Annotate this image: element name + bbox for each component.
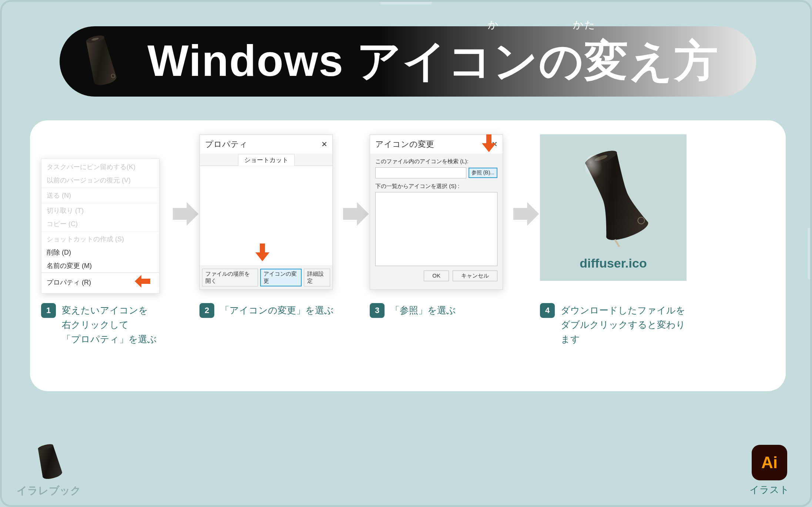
search-hint-label: このファイル内のアイコンを検索 (L):: [375, 158, 497, 165]
tab-strip: ショートカット: [200, 154, 332, 166]
icon-path-input[interactable]: [375, 167, 466, 178]
ctx-item-label: プロパティ (R): [47, 278, 91, 287]
browse-button[interactable]: 参照 (B)...: [469, 168, 497, 178]
icon-list[interactable]: [375, 192, 497, 266]
dialog-title: プロパティ: [205, 139, 248, 150]
edge-handle-right: [808, 228, 811, 279]
context-menu: タスクバーにピン留めする(K) 以前のバージョンの復元 (V) 送る (N) 切…: [41, 158, 160, 293]
filename-label: diffuser.ico: [580, 256, 647, 271]
ruby-annotation: かた: [573, 18, 596, 32]
ctx-item: 以前のバージョンの復元 (V): [41, 174, 159, 187]
ctx-item: 名前の変更 (M): [41, 259, 159, 272]
ctx-item: 送る (N): [41, 189, 159, 202]
step-1: タスクバーにピン留めする(K) 以前のバージョンの復元 (V) 送る (N) 切…: [41, 134, 170, 346]
ok-button[interactable]: OK: [424, 271, 449, 281]
step-number-badge: 2: [199, 303, 214, 318]
tab-shortcut[interactable]: ショートカット: [238, 154, 295, 166]
title-bar: か かた Windows アイコンの変え方: [60, 26, 756, 97]
footer-left: イラレブック: [17, 441, 81, 498]
illustrator-badge-icon: Ai: [752, 445, 787, 480]
page-title: か かた Windows アイコンの変え方: [128, 32, 738, 91]
advanced-button[interactable]: 詳細設定: [304, 269, 330, 286]
cancel-button[interactable]: キャンセル: [453, 271, 497, 281]
step-4: diffuser.ico 4 ダウンロードしたファイルを ダブルクリックすると変…: [540, 134, 688, 346]
footer-right: Ai イラスト: [749, 445, 789, 496]
dialog-button-row: ファイルの場所を開く アイコンの変更 詳細設定: [200, 266, 332, 289]
ctx-item: 切り取り (T): [41, 204, 159, 217]
title-icon-diffuser: [73, 30, 128, 93]
flow-arrow-icon: [510, 134, 540, 293]
step-caption: 4 ダウンロードしたファイルを ダブルクリックすると変わります: [540, 303, 688, 346]
step-text: 「アイコンの変更」を選ぶ: [220, 303, 334, 318]
step-caption: 1 変えたいアイコンを 右クリックして 「プロパティ」を選ぶ: [41, 303, 157, 346]
ctx-item: コピー (C): [41, 217, 159, 231]
step-number-badge: 4: [540, 303, 555, 318]
title-text: Windows アイコンの変え方: [147, 36, 719, 85]
footer-category-label: イラスト: [749, 483, 789, 496]
step-text: 変えたいアイコンを 右クリックして 「プロパティ」を選ぶ: [62, 303, 157, 346]
step-3: アイコンの変更 × このファイル内のアイコンを検索 (L): 参照 (B)...…: [370, 134, 510, 318]
step-2: プロパティ × ショートカット ファイルの場所を開く アイコンの変更 詳細設定: [199, 134, 340, 318]
flow-arrow-icon: [170, 134, 199, 293]
step-number-badge: 3: [370, 303, 385, 318]
pointer-arrow-icon: [255, 244, 269, 263]
pointer-arrow-icon: [482, 134, 496, 154]
step-number-badge: 1: [41, 303, 56, 318]
ctx-item: タスクバーにピン留めする(K): [41, 160, 159, 174]
ctx-item: ショットカットの作成 (S): [41, 232, 159, 246]
step-text: ダウンロードしたファイルを ダブルクリックすると変わります: [561, 303, 688, 346]
icon-file-preview[interactable]: diffuser.ico: [540, 134, 687, 281]
footer-brand-label: イラレブック: [17, 484, 81, 498]
pointer-arrow-icon: [135, 275, 150, 289]
instruction-card: タスクバーにピン留めする(K) 以前のバージョンの復元 (V) 送る (N) 切…: [30, 120, 786, 391]
step-caption: 2 「アイコンの変更」を選ぶ: [199, 303, 334, 318]
change-icon-button[interactable]: アイコンの変更: [260, 269, 301, 286]
ruby-annotation: か: [488, 18, 499, 32]
step-caption: 3 「参照」を選ぶ: [370, 303, 456, 318]
ctx-item-properties[interactable]: プロパティ (R): [41, 272, 159, 292]
close-icon[interactable]: ×: [322, 138, 327, 150]
ctx-item: 削除 (D): [41, 246, 159, 259]
dialog-title: アイコンの変更: [375, 139, 434, 150]
footer-diffuser-icon: [27, 441, 71, 482]
change-icon-dialog: アイコンの変更 × このファイル内のアイコンを検索 (L): 参照 (B)...…: [370, 134, 503, 290]
select-hint-label: 下の一覧からアイコンを選択 (S) :: [375, 183, 497, 190]
properties-dialog: プロパティ × ショートカット ファイルの場所を開く アイコンの変更 詳細設定: [199, 134, 333, 290]
diffuser-icon: [563, 145, 663, 249]
flow-arrow-icon: [340, 134, 370, 293]
edge-handle-top: [380, 1, 432, 4]
step-text: 「参照」を選ぶ: [390, 303, 456, 318]
open-location-button[interactable]: ファイルの場所を開く: [202, 269, 258, 286]
